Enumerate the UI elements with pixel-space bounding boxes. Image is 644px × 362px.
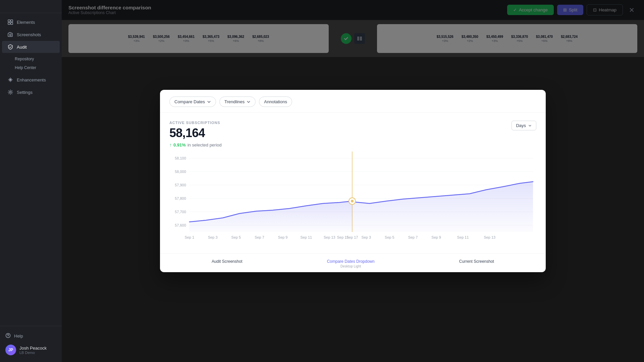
sidebar-item-repository[interactable]: Repository	[0, 55, 62, 63]
svg-text:Sep 9: Sep 9	[278, 235, 288, 239]
modal-overlay: Compare Dates Trendlines Annotations	[62, 0, 644, 362]
sidebar: Elements Screenshots Audit	[0, 0, 62, 362]
svg-text:Sep 11: Sep 11	[457, 235, 469, 239]
chevron-down-icon	[207, 100, 211, 104]
sidebar-item-settings[interactable]: Settings	[2, 86, 60, 98]
chart-section-label: ACTIVE SUBSCRIPTIONS	[169, 121, 222, 125]
svg-point-24	[351, 200, 354, 202]
sidebar-item-help-center[interactable]: Help Center	[0, 63, 62, 72]
change-percentage: 0.91%	[173, 142, 186, 147]
modal-toolbar: Compare Dates Trendlines Annotations	[160, 90, 546, 113]
enhancements-label: Enhancements	[17, 77, 46, 82]
sidebar-header	[0, 0, 62, 13]
annotations-label: Annotations	[264, 99, 287, 104]
footer-labels: Audit Screenshot Compare Dates Dropdown …	[160, 253, 546, 272]
svg-text:57,700: 57,700	[175, 210, 186, 214]
screenshots-label: Screenshots	[17, 32, 41, 37]
help-item[interactable]: Help	[5, 330, 56, 342]
svg-text:58,000: 58,000	[175, 170, 186, 174]
sidebar-nav: Elements Screenshots Audit	[0, 13, 62, 326]
svg-text:Sep 5: Sep 5	[231, 235, 241, 239]
sparkle-icon	[7, 77, 13, 83]
chart-svg-area: 58,100 58,000 57,900 57,800 57,700 57,60…	[169, 152, 536, 245]
svg-text:Sep 9: Sep 9	[431, 235, 441, 239]
svg-rect-0	[8, 20, 10, 22]
sidebar-item-audit[interactable]: Audit	[2, 41, 60, 53]
svg-point-7	[8, 337, 8, 337]
shield-icon	[7, 44, 13, 50]
trendlines-button[interactable]: Trendlines	[219, 97, 256, 107]
trendlines-chevron-icon	[247, 100, 251, 104]
compare-dates-label: Compare Dates	[174, 99, 205, 104]
main-area: Screenshot difference comparison Active …	[62, 0, 644, 362]
sidebar-item-elements[interactable]: Elements	[2, 16, 60, 28]
svg-rect-2	[8, 22, 10, 24]
svg-text:Sep 13: Sep 13	[484, 235, 495, 239]
up-arrow-icon: ↑	[169, 142, 172, 147]
audit-subnav: Repository Help Center	[0, 53, 62, 73]
svg-text:Sep 3: Sep 3	[361, 235, 371, 239]
svg-text:Sep 7: Sep 7	[408, 235, 418, 239]
avatar: JP	[5, 345, 16, 355]
svg-text:Sep 13: Sep 13	[324, 235, 335, 239]
current-screenshot-label: Current Screenshot	[459, 259, 494, 268]
svg-text:Sep 1: Sep 1	[184, 235, 194, 239]
svg-text:57,800: 57,800	[175, 196, 186, 200]
audit-label: Audit	[17, 45, 27, 50]
settings-label: Settings	[17, 90, 33, 95]
svg-rect-1	[11, 20, 13, 22]
sidebar-footer: Help JP Josh Peacock LB Demo	[0, 326, 62, 362]
help-icon	[5, 333, 11, 339]
period-dropdown[interactable]: Days	[512, 121, 536, 130]
svg-text:Sep 5: Sep 5	[385, 235, 394, 239]
compare-dates-link[interactable]: Compare Dates Dropdown	[327, 259, 375, 264]
compare-dates-footer: Compare Dates Dropdown Desktop Light	[327, 259, 375, 268]
user-info: JP Josh Peacock LB Demo	[5, 342, 56, 358]
svg-text:Sep 7: Sep 7	[255, 235, 264, 239]
chart-container: ACTIVE SUBSCRIPTIONS 58,164 ↑ 0.91% in s…	[160, 113, 546, 253]
line-chart: 58,100 58,000 57,900 57,800 57,700 57,60…	[169, 152, 536, 245]
svg-text:58,100: 58,100	[175, 156, 186, 160]
svg-rect-3	[11, 22, 13, 24]
svg-text:57,900: 57,900	[175, 183, 186, 187]
sidebar-item-screenshots[interactable]: Screenshots	[2, 28, 60, 41]
svg-text:Sep 17: Sep 17	[346, 235, 358, 239]
gear-icon	[7, 89, 13, 95]
compare-dates-button[interactable]: Compare Dates	[169, 97, 216, 107]
svg-text:57,600: 57,600	[175, 223, 186, 227]
svg-text:Sep 11: Sep 11	[300, 235, 312, 239]
user-name: Josh Peacock	[19, 346, 47, 351]
period-chevron-icon	[528, 124, 532, 128]
annotations-button[interactable]: Annotations	[259, 97, 292, 107]
camera-icon	[7, 32, 13, 38]
user-org: LB Demo	[19, 351, 47, 355]
svg-text:Sep 3: Sep 3	[208, 235, 218, 239]
svg-point-5	[10, 92, 11, 93]
chart-change-indicator: ↑ 0.91% in selected period	[169, 142, 222, 147]
trendlines-label: Trendlines	[224, 99, 245, 104]
audit-screenshot-label: Audit Screenshot	[212, 259, 242, 268]
svg-point-4	[10, 34, 11, 36]
help-label: Help	[14, 334, 23, 339]
chart-main-value: 58,164	[169, 126, 222, 140]
elements-label: Elements	[17, 20, 35, 25]
sidebar-item-enhancements[interactable]: Enhancements	[2, 74, 60, 86]
grid-icon	[7, 19, 13, 25]
chart-modal: Compare Dates Trendlines Annotations	[160, 90, 546, 272]
change-text: in selected period	[187, 142, 222, 147]
chart-header: ACTIVE SUBSCRIPTIONS 58,164 ↑ 0.91% in s…	[169, 121, 536, 147]
